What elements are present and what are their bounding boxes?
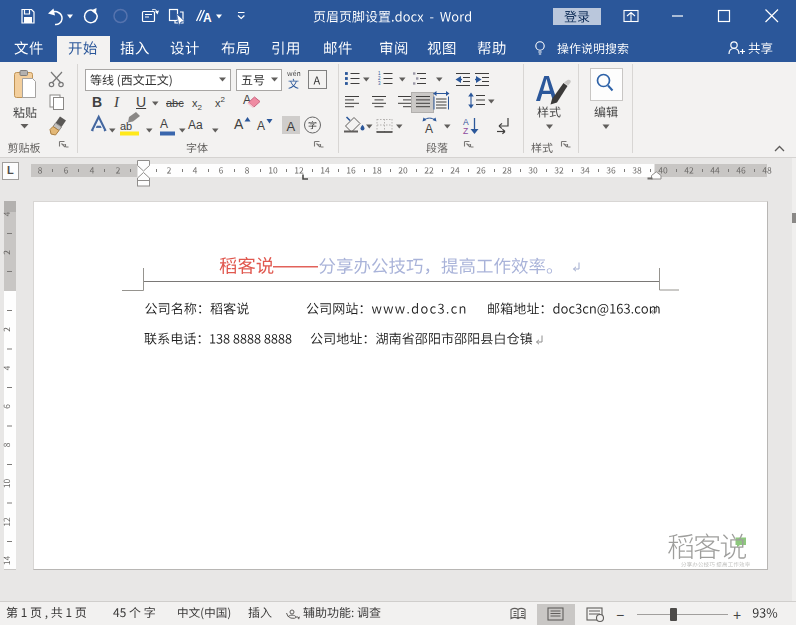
svg-text:3: 3 xyxy=(378,81,381,86)
svg-text:A: A xyxy=(203,11,212,25)
svg-text:A: A xyxy=(425,122,433,136)
svg-text:A: A xyxy=(287,119,296,134)
svg-text:Z: Z xyxy=(463,126,468,136)
